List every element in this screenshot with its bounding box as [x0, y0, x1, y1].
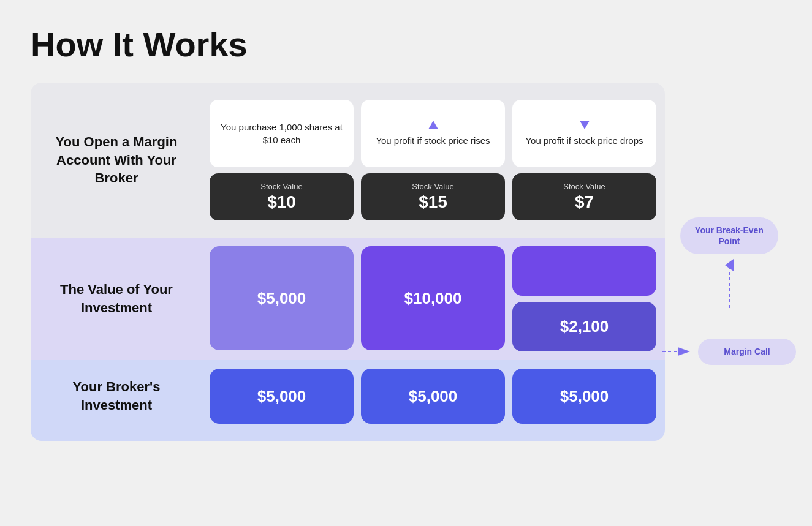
col3-value-empty [512, 246, 656, 296]
col1-top-data: You purchase 1,000 shares at $10 each St… [210, 91, 354, 229]
col3-info-card: You profit if stock price drops [512, 100, 656, 167]
col2-top-data: You profit if stock price rises Stock Va… [361, 91, 505, 229]
col3-stock-label: Stock Value [522, 182, 647, 191]
col3-stock-card: Stock Value $7 [512, 173, 656, 220]
col1-stock-label: Stock Value [219, 182, 344, 191]
col3-stock-value: $7 [522, 192, 647, 212]
top-section: You Open a Margin Account With Your Brok… [31, 83, 665, 238]
col2-info-card: You profit if stock price rises [361, 100, 505, 167]
col2-stock-card: Stock Value $15 [361, 173, 505, 220]
col1-stock-card: Stock Value $10 [210, 173, 354, 220]
col1-broker-value: $5,000 [210, 369, 354, 424]
col1-bot-data: $5,000 [210, 360, 354, 432]
mid-section: The Value of Your Investment $5,000 $10,… [31, 238, 665, 360]
top-row-label: You Open a Margin Account With Your Brok… [40, 133, 192, 187]
margin-call-arrow-svg [662, 342, 693, 361]
col3-value-bottom: $2,100 [512, 302, 656, 351]
col2-stock-value: $15 [371, 192, 495, 212]
diagram-wrapper: You Open a Margin Account With Your Brok… [31, 83, 781, 441]
break-even-bubble: Your Break-Even Point [680, 217, 778, 254]
col2-broker-value: $5,000 [361, 369, 505, 424]
col3-broker-value: $5,000 [512, 369, 656, 424]
break-even-group: Your Break-Even Point [680, 217, 778, 308]
triangle-down-icon [580, 121, 590, 129]
bot-row-label: Your Broker's Investment [40, 378, 192, 414]
mid-row-label: The Value of Your Investment [40, 280, 192, 317]
col1-stock-value: $10 [219, 192, 344, 212]
bot-section: Your Broker's Investment $5,000 $5,000 [31, 360, 665, 441]
mid-label-cell: The Value of Your Investment [31, 238, 202, 360]
col2-bot-data: $5,000 [361, 360, 505, 432]
col1-info-text: You purchase 1,000 shares at $10 each [219, 121, 344, 146]
col3-bot-data: $5,000 [512, 360, 656, 432]
triangle-up-icon [428, 121, 438, 129]
col3-info-text: You profit if stock price drops [525, 134, 643, 147]
col3-top-data: You profit if stock price drops Stock Va… [512, 91, 656, 229]
col1-info-card: You purchase 1,000 shares at $10 each [210, 100, 354, 167]
col1-mid-data: $5,000 [210, 238, 354, 360]
main-grid: You Open a Margin Account With Your Brok… [31, 83, 665, 441]
page-title: How It Works [31, 24, 781, 64]
col2-value-top: $10,000 [361, 246, 505, 350]
break-even-arrow-svg [711, 259, 748, 308]
margin-call-group: Margin Call [662, 339, 796, 364]
page-container: How It Works You Open a Margin Account W… [0, 0, 812, 526]
col2-stock-label: Stock Value [371, 182, 495, 191]
right-panel: Your Break-Even Point [677, 83, 781, 365]
col2-info-text: You profit if stock price rises [376, 134, 490, 147]
bot-label-cell: Your Broker's Investment [31, 360, 202, 432]
col3-mid-data: $2,100 [512, 238, 656, 360]
col2-mid-data: $10,000 [361, 238, 505, 360]
top-label-cell: You Open a Margin Account With Your Brok… [31, 91, 202, 229]
margin-call-bubble: Margin Call [698, 339, 796, 364]
col1-value-top: $5,000 [210, 246, 354, 350]
